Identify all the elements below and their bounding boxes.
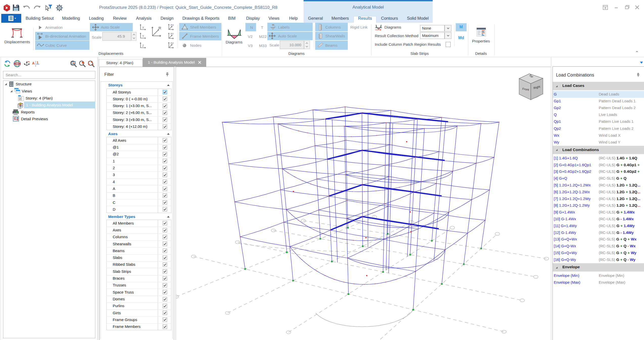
svg-text:R: R	[158, 26, 161, 30]
svg-text:RY: RY	[171, 33, 174, 35]
svg-text:RZ: RZ	[171, 42, 174, 44]
svg-text:Z: Z	[142, 44, 144, 47]
svg-text:X: X	[142, 26, 144, 29]
svg-text:Y: Y	[142, 35, 144, 38]
svg-text:RX: RX	[171, 24, 174, 26]
svg-text:1: 1	[37, 61, 38, 64]
svg-text:A: A	[32, 61, 35, 65]
svg-text:P: P	[20, 98, 21, 100]
